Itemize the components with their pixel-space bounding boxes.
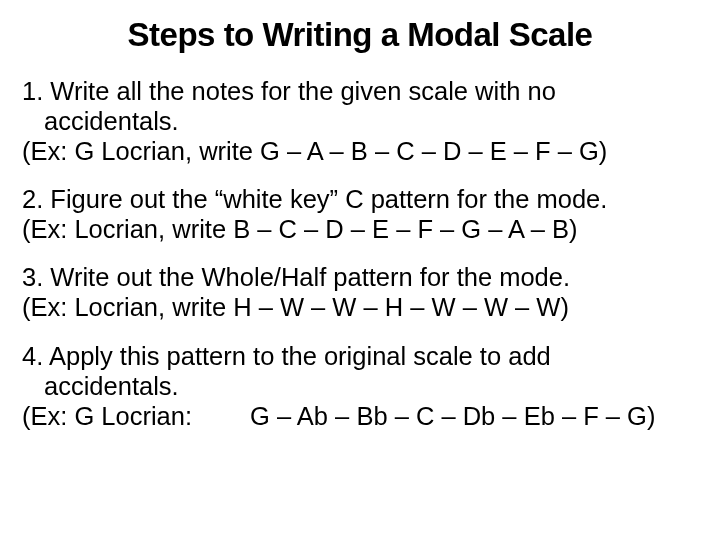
step-3-example: (Ex: Locrian, write H – W – W – H – W – … [22, 292, 698, 322]
step-2-line1: 2. Figure out the “white key” C pattern … [22, 185, 607, 213]
step-1-example: (Ex: G Locrian, write G – A – B – C – D … [22, 136, 698, 166]
step-2-example: (Ex: Locrian, write B – C – D – E – F – … [22, 214, 698, 244]
step-4-text: 4. Apply this pattern to the original sc… [22, 341, 698, 401]
step-1-line2: accidentals. [44, 107, 179, 135]
step-1: 1. Write all the notes for the given sca… [22, 76, 698, 166]
step-4-example: (Ex: G Locrian:G – Ab – Bb – C – Db – Eb… [22, 401, 698, 431]
step-4-ex-label: (Ex: G Locrian: [22, 402, 192, 430]
step-2: 2. Figure out the “white key” C pattern … [22, 184, 698, 244]
step-1-line1: 1. Write all the notes for the given sca… [22, 77, 556, 105]
step-1-text: 1. Write all the notes for the given sca… [22, 76, 698, 136]
step-4-line1: 4. Apply this pattern to the original sc… [22, 342, 551, 370]
step-3-line1: 3. Write out the Whole/Half pattern for … [22, 263, 570, 291]
step-4-line2: accidentals. [44, 372, 179, 400]
step-4-ex-notes: G – Ab – Bb – C – Db – Eb – F – G) [250, 402, 655, 430]
step-3: 3. Write out the Whole/Half pattern for … [22, 262, 698, 322]
slide-title: Steps to Writing a Modal Scale [22, 16, 698, 54]
slide: Steps to Writing a Modal Scale 1. Write … [0, 0, 720, 540]
step-4: 4. Apply this pattern to the original sc… [22, 341, 698, 431]
